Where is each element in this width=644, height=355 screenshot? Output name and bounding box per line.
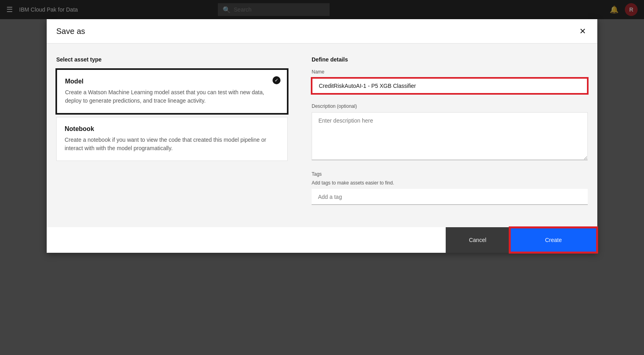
close-button[interactable]: ✕ (578, 26, 588, 37)
modal-header: Save as ✕ (47, 19, 597, 44)
model-card-description: Create a Watson Machine Learning model a… (65, 88, 279, 105)
name-field-group: Name (312, 69, 588, 94)
model-asset-card[interactable]: Model Create a Watson Machine Learning m… (56, 69, 288, 114)
model-card-title: Model (65, 78, 279, 85)
create-button[interactable]: Create (510, 227, 597, 253)
name-label: Name (312, 69, 588, 75)
asset-type-section-title: Select asset type (56, 56, 288, 63)
notebook-card-title: Notebook (65, 125, 279, 133)
notebook-card-description: Create a notebook if you want to view th… (65, 136, 279, 153)
description-label: Description (optional) (312, 103, 588, 109)
details-panel: Define details Name Description (optiona… (312, 56, 588, 214)
tags-field-group: Tags Add tags to make assets easier to f… (312, 171, 588, 205)
tags-sublabel: Add tags to make assets easier to find. (312, 180, 588, 186)
tags-label: Tags (312, 171, 588, 177)
notebook-asset-card[interactable]: Notebook Create a notebook if you want t… (56, 117, 288, 161)
modal-footer: Cancel Create (47, 227, 597, 253)
description-field-group: Description (optional) (312, 103, 588, 162)
save-as-dialog: Save as ✕ Select asset type Model Create… (47, 19, 597, 253)
tags-input[interactable] (312, 189, 588, 205)
asset-type-panel: Select asset type Model Create a Watson … (56, 56, 288, 214)
cancel-button[interactable]: Cancel (446, 227, 510, 253)
modal-body: Select asset type Model Create a Watson … (47, 44, 597, 227)
description-input[interactable] (312, 112, 588, 160)
model-selected-checkmark-icon: ✓ (273, 76, 281, 84)
modal-title: Save as (56, 27, 85, 36)
define-details-section-title: Define details (312, 56, 588, 63)
name-input[interactable] (312, 78, 588, 94)
modal-overlay: Save as ✕ Select asset type Model Create… (0, 0, 644, 355)
